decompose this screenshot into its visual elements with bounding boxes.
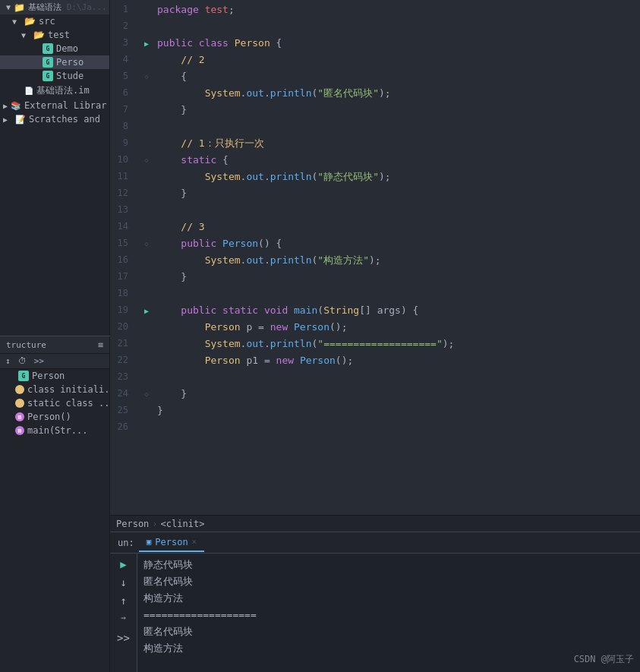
ln-24: 24 — [110, 386, 133, 402]
run-tab-icon: ▣ — [147, 537, 152, 547]
run-arrow-3[interactable]: ▶ — [144, 39, 149, 48]
structure-item-static-class[interactable]: static class ... — [0, 396, 109, 410]
run-next-btn[interactable]: >> — [115, 630, 131, 645]
sidebar-item-person[interactable]: G Perso — [0, 55, 109, 69]
tree-arrow-extlib: ▶ — [3, 102, 8, 110]
sidebar-item-demo[interactable]: G Demo — [0, 42, 109, 55]
code-line-12: } — [157, 185, 640, 202]
sort-alpha-btn[interactable]: ↕ — [3, 355, 13, 367]
code-line-11: System.out.println("静态代码块"); — [157, 169, 640, 185]
g-9 — [139, 135, 154, 152]
code-editor[interactable]: 1 2 3 4 5 6 7 8 9 10 11 12 13 14 15 16 1… — [110, 0, 640, 515]
run-panel: un: ▣ Person × ▶ ↓ ↑ ⇒ >> 静态代码块 — [110, 532, 640, 672]
run-label[interactable]: un: — [113, 535, 139, 551]
structure-item-class-init[interactable]: class initiali... — [0, 383, 109, 396]
structure-item-main[interactable]: m main(Str... — [0, 424, 109, 437]
run-tab-label: Person — [155, 537, 188, 547]
line-numbers: 1 2 3 4 5 6 7 8 9 10 11 12 13 14 15 16 1… — [110, 0, 139, 515]
sidebar-item-iml[interactable]: 📄 基础语法.im — [0, 83, 109, 99]
code-line-9: // 1：只执行一次 — [157, 135, 640, 152]
code-line-5: { — [157, 68, 640, 85]
code-line-14: // 3 — [157, 219, 640, 235]
code-line-26 — [157, 419, 640, 436]
csdn-watermark: CSDN @阿玉子 — [574, 653, 634, 666]
fold-icon-10[interactable]: ◇ — [144, 156, 148, 164]
sort-time-btn[interactable]: ⏱ — [16, 355, 29, 367]
sidebar-item-test[interactable]: ▼ 📂 test — [0, 28, 109, 42]
output-line-4: =================== — [143, 607, 634, 623]
folder-icon-root: 📁 — [14, 2, 25, 13]
structure-item-person-class[interactable]: G Person — [0, 369, 109, 383]
fold-icon-5[interactable]: ◇ — [144, 73, 148, 80]
output-line-5: 匿名代码块 — [143, 623, 634, 640]
code-content[interactable]: package test; public class Person { // 2… — [154, 0, 640, 515]
run-tab-close[interactable]: × — [192, 538, 197, 546]
run-output: 静态代码块 匿名代码块 构造方法 =================== 匿名代… — [137, 554, 640, 672]
code-line-24: } — [157, 386, 640, 402]
sidebar-iml-label: 基础语法.im — [36, 84, 90, 97]
run-align-btn[interactable]: ⇒ — [119, 611, 128, 624]
code-line-10: static { — [157, 152, 640, 169]
ln-11: 11 — [110, 169, 133, 185]
gutter: ▶ ◇ ◇ ◇ — [139, 0, 154, 515]
structure-icon: ≡ — [98, 339, 103, 350]
code-line-6: System.out.println("匿名代码块"); — [157, 85, 640, 102]
run-arrow-19[interactable]: ▶ — [144, 307, 149, 315]
output-line-3: 构造方法 — [143, 590, 634, 607]
code-line-13 — [157, 202, 640, 219]
g-2 — [139, 18, 154, 35]
code-line-19: public static void main(String[] args) { — [157, 302, 640, 319]
sidebar-item-student[interactable]: G Stude — [0, 69, 109, 83]
editor-area: 1 2 3 4 5 6 7 8 9 10 11 12 13 14 15 16 1… — [110, 0, 640, 672]
structure-item-person-ctor[interactable]: m Person() — [0, 410, 109, 424]
run-down-btn[interactable]: ↓ — [118, 575, 128, 590]
ln-17: 17 — [110, 269, 133, 286]
run-tab-person[interactable]: ▣ Person × — [139, 534, 204, 552]
g-4 — [139, 52, 154, 68]
breadcrumb-clinit: <clinit> — [161, 519, 205, 529]
ln-18: 18 — [110, 286, 133, 302]
run-up-btn[interactable]: ↑ — [118, 593, 128, 608]
g-20 — [139, 319, 154, 336]
sidebar-extlib-label: External Librar — [24, 100, 106, 111]
fold-icon-24[interactable]: ◇ — [144, 390, 148, 398]
sidebar-item-root[interactable]: ▼ 📁 基础语法 D:\Ja... — [0, 0, 109, 14]
g-23 — [139, 369, 154, 386]
ln-3: 3 — [110, 35, 133, 52]
java-icon-student: G — [43, 71, 53, 81]
folder-icon-test: 📂 — [33, 30, 45, 40]
sidebar-item-extlib[interactable]: ▶ 📚 External Librar — [0, 99, 109, 112]
code-line-21: System.out.println("==================="… — [157, 336, 640, 352]
run-tabs: un: ▣ Person × — [110, 532, 640, 554]
ln-23: 23 — [110, 369, 133, 386]
code-line-16: System.out.println("构造方法"); — [157, 252, 640, 269]
ln-12: 12 — [110, 185, 133, 202]
sidebar-item-src[interactable]: ▼ 📂 src — [0, 14, 109, 28]
ln-5: 5 — [110, 68, 133, 85]
run-play-btn[interactable]: ▶ — [118, 557, 128, 572]
breadcrumb-sep: › — [152, 519, 157, 529]
g-3: ▶ — [139, 35, 154, 52]
fold-icon-15[interactable]: ◇ — [144, 240, 148, 248]
ln-7: 7 — [110, 102, 133, 118]
g-13 — [139, 202, 154, 219]
tree-arrow-root: ▼ — [6, 3, 11, 11]
tree-arrow-src: ▼ — [12, 17, 21, 26]
expand-btn[interactable]: >> — [32, 355, 46, 367]
g-7 — [139, 102, 154, 118]
ln-2: 2 — [110, 18, 133, 35]
sidebar-demo-label: Demo — [56, 43, 78, 54]
breadcrumb-bar: Person › <clinit> — [110, 515, 640, 532]
java-icon-person: G — [43, 57, 53, 68]
ln-13: 13 — [110, 202, 133, 219]
ln-26: 26 — [110, 419, 133, 436]
code-line-22: Person p1 = new Person(); — [157, 352, 640, 369]
code-line-23 — [157, 369, 640, 386]
java-icon-demo: G — [43, 43, 53, 54]
code-line-1: package test; — [157, 2, 640, 18]
code-line-4: // 2 — [157, 52, 640, 68]
ln-22: 22 — [110, 352, 133, 369]
sidebar-item-scratches[interactable]: ▶ 📝 Scratches and — [0, 112, 109, 126]
output-line-6: 构造方法 — [143, 640, 634, 657]
ln-8: 8 — [110, 118, 133, 135]
